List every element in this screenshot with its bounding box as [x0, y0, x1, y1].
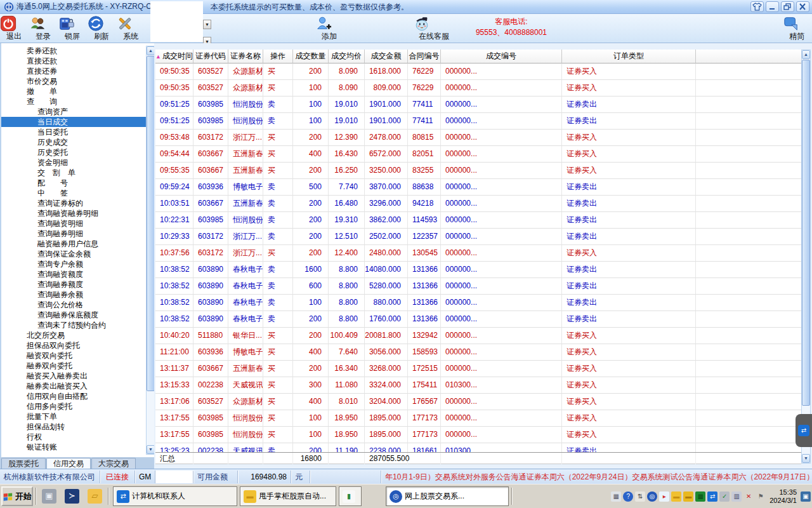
gold-bar2-icon[interactable]: ▬ — [683, 491, 693, 502]
minimize-button[interactable] — [766, 1, 779, 12]
combo-dropdown-icon[interactable]: ▼ — [203, 20, 211, 29]
sidebar-item[interactable]: 查询证券标的 — [1, 198, 146, 208]
sidebar-item[interactable]: 查询资产 — [1, 107, 146, 117]
restore-button[interactable] — [781, 1, 794, 12]
table-row[interactable]: 10:40:20511880银华日...买200100.40920081.800… — [155, 328, 802, 344]
sidebar-item[interactable]: 查询融资明细 — [1, 218, 146, 229]
gold-bar-icon[interactable]: ▬ — [671, 491, 681, 502]
taskbar-window-button[interactable]: ▬甩手掌柜股票自动... — [240, 486, 336, 506]
sidebar-item[interactable]: 查询融资融券明细 — [1, 208, 146, 218]
table-row[interactable]: 09:50:35603527众源新材买1008.090809.000762290… — [155, 80, 802, 97]
network-icon[interactable]: ▥ — [731, 491, 742, 502]
online-service-button[interactable]: 在线客服 — [414, 15, 454, 42]
sidebar-item[interactable]: 北交所交易 — [1, 330, 146, 340]
add-button[interactable]: 添加 — [315, 15, 343, 42]
sidebar-item[interactable]: 当日委托 — [1, 127, 146, 137]
exit-button[interactable]: 退出 — [0, 15, 28, 42]
sidebar-item[interactable]: 查询融券额度 — [1, 279, 146, 290]
table-row[interactable]: 09:51:25603985恒润股份卖10019.0101901.0007741… — [155, 113, 802, 130]
teamviewer-tray-icon[interactable]: ⇄ — [707, 491, 717, 502]
tray-clock[interactable]: 15:35 2024/3/1 — [768, 488, 799, 505]
sidebar-item[interactable]: 查询融资额度 — [1, 269, 146, 279]
simplify-button[interactable]: 精简 — [783, 15, 811, 42]
table-row[interactable]: 09:54:44603667五洲新春买40016.4306572.0008205… — [155, 146, 802, 163]
table-row[interactable]: 13:25:23002238天威视讯卖20011.1902238.0001816… — [155, 443, 802, 452]
sidebar-item[interactable]: 银证转账 — [1, 442, 146, 452]
table-row[interactable]: 13:17:55603985恒润股份买10018.9501895.0001771… — [155, 427, 802, 443]
refresh-button[interactable]: 刷新 — [88, 15, 115, 42]
folder-icon[interactable]: ▱ — [88, 489, 102, 504]
sidebar-item[interactable]: 融资融券用户信息 — [1, 239, 146, 249]
column-header[interactable]: 合同编号 — [408, 50, 441, 64]
column-header[interactable]: 成交数量 — [293, 50, 329, 64]
show-desktop-icon[interactable]: ▣ — [801, 491, 811, 502]
lock-screen-button[interactable]: 锁屏 — [58, 15, 86, 42]
green-board-icon[interactable]: ▦ — [695, 491, 705, 502]
column-header[interactable]: 成交编号 — [441, 50, 562, 64]
haitong-tray-icon[interactable]: ◎ — [647, 491, 657, 502]
sidebar-item[interactable]: 撤 单 — [1, 86, 146, 97]
sidebar-item[interactable]: 融资买入融券卖出 — [1, 371, 146, 381]
scroll-down-icon[interactable]: ▼ — [802, 454, 810, 463]
sidebar-item[interactable]: 查询未了结预约合约 — [1, 320, 146, 330]
volume-muted-icon[interactable]: ✕ — [743, 491, 754, 502]
column-header[interactable]: 成交金额 — [365, 50, 408, 64]
scrollbar-thumb[interactable] — [802, 60, 810, 406]
table-row[interactable]: 09:55:35603667五洲新春买20016.2503250.0008325… — [155, 163, 802, 179]
table-row[interactable]: 09:59:24603936博敏电子卖5007.7403870.00088638… — [155, 179, 802, 196]
sidebar-item[interactable]: 资金明细 — [1, 157, 146, 168]
table-row[interactable]: 13:11:37603667五洲新春买20016.3403268.0001725… — [155, 361, 802, 377]
system-button[interactable]: 系统 — [117, 15, 145, 42]
login-button[interactable]: 登录 — [29, 15, 57, 42]
chart-flag-icon[interactable]: ▸ — [659, 491, 669, 502]
table-row[interactable]: 13:17:55603985恒润股份买10018.9501895.0001771… — [155, 410, 802, 427]
start-button[interactable]: 开始 — [1, 486, 33, 506]
sidebar-item[interactable]: 行权 — [1, 432, 146, 442]
sidebar-item[interactable]: 查询公允价格 — [1, 300, 146, 310]
sidebar-item[interactable]: 查询专户余额 — [1, 259, 146, 269]
sidebar-item[interactable]: 批量下单 — [1, 411, 146, 422]
column-header[interactable]: 订单类型 — [562, 50, 696, 64]
taskbar-window-button[interactable]: ◎网上股票交易系... — [386, 486, 509, 506]
table-row[interactable]: 10:37:56603172浙江万...买20012.4002480.00013… — [155, 245, 802, 262]
column-header[interactable]: 证券名称 — [228, 50, 263, 64]
table-row[interactable]: 11:21:00603936博敏电子买4007.6403056.00015859… — [155, 344, 802, 361]
table-row[interactable]: 10:38:52603890春秋电子卖6008.8005280.00013136… — [155, 278, 802, 295]
skin-shirt-icon[interactable] — [750, 1, 764, 12]
usb-icon[interactable]: ✓ — [719, 491, 730, 502]
flag-icon[interactable]: ⚑ — [756, 491, 766, 502]
scroll-up-icon[interactable]: ▲ — [802, 50, 810, 59]
sidebar-item[interactable]: 卖券还款 — [1, 46, 146, 56]
sidebar-item[interactable]: 信用双向自由搭配 — [1, 391, 146, 401]
table-row[interactable]: 09:50:35603527众源新材买2008.0901618.00076229… — [155, 64, 802, 80]
sidebar-item[interactable]: 市价交易 — [1, 76, 146, 86]
help-icon[interactable]: ? — [623, 491, 633, 502]
column-header[interactable]: 操作 — [263, 50, 293, 64]
column-header[interactable]: 证券代码 — [193, 50, 228, 64]
table-row[interactable]: 10:03:51603667五洲新春卖20016.4803296.0009421… — [155, 196, 802, 212]
taskbar-window-button[interactable]: ⇄计算机和联系人 — [113, 486, 237, 506]
bottom-tab[interactable]: 股票委托 — [1, 458, 46, 469]
sidebar-item[interactable]: 融券双向委托 — [1, 361, 146, 371]
sidebar-item[interactable]: 历史成交 — [1, 137, 146, 147]
sidebar-item[interactable]: 查询融券保底额度 — [1, 310, 146, 320]
table-row[interactable]: 10:29:33603172浙江万...卖20012.5102502.00012… — [155, 229, 802, 245]
close-button[interactable] — [796, 1, 809, 12]
table-row[interactable]: 10:38:52603890春秋电子卖16008.80014080.000131… — [155, 262, 802, 278]
table-row[interactable]: 09:51:25603985恒润股份卖10019.0101901.0007741… — [155, 97, 802, 113]
keyboard-icon[interactable]: ▦ — [611, 491, 621, 502]
table-scrollbar[interactable]: ▲ ▼ — [801, 50, 811, 464]
sidebar-item[interactable]: 历史委托 — [1, 147, 146, 157]
table-row[interactable]: 09:53:48603172浙江万...买20012.3902478.00080… — [155, 130, 802, 146]
sidebar-item[interactable]: 直接还券 — [1, 66, 146, 76]
column-header[interactable] — [696, 50, 802, 64]
sidebar-item[interactable]: 融资双向委托 — [1, 351, 146, 361]
sidebar-item[interactable]: 担保品划转 — [1, 422, 146, 432]
bottom-tab[interactable]: 信用交易 — [46, 458, 91, 469]
sidebar-item[interactable]: 担保品双向委托 — [1, 340, 146, 351]
window-restore-icon[interactable]: ⇅ — [635, 491, 645, 502]
powershell-icon[interactable]: ≻ — [65, 489, 79, 504]
taskbar-window-button[interactable]: ▮ — [339, 486, 362, 506]
sidebar-item[interactable]: 融券卖出融资买入 — [1, 381, 146, 391]
sidebar-item[interactable]: 直接还款 — [1, 56, 146, 66]
